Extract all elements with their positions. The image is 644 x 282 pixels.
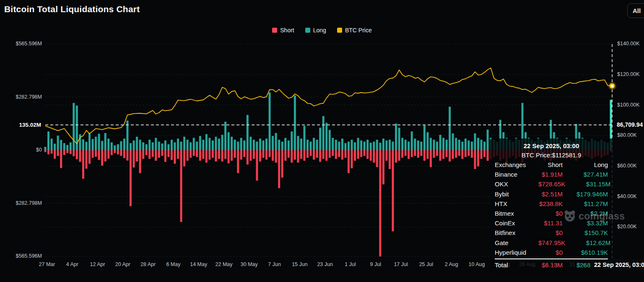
long-bar[interactable] — [114, 145, 116, 150]
short-bar[interactable] — [88, 150, 91, 164]
short-bar[interactable] — [145, 150, 148, 155]
short-bar[interactable] — [477, 150, 479, 166]
long-bar[interactable] — [278, 140, 280, 150]
long-bar[interactable] — [455, 138, 457, 150]
short-bar[interactable] — [205, 150, 208, 163]
short-bar[interactable] — [208, 150, 210, 159]
short-bar[interactable] — [167, 150, 169, 157]
long-bar[interactable] — [183, 137, 185, 150]
long-bar[interactable] — [57, 136, 59, 150]
long-bar[interactable] — [439, 135, 441, 150]
short-bar[interactable] — [95, 150, 97, 157]
long-bar[interactable] — [322, 116, 325, 150]
long-bar[interactable] — [73, 103, 75, 150]
short-bar[interactable] — [294, 150, 296, 159]
long-bar[interactable] — [329, 130, 331, 150]
short-bar[interactable] — [433, 150, 435, 158]
short-bar[interactable] — [85, 150, 87, 169]
short-bar[interactable] — [329, 150, 331, 158]
long-bar[interactable] — [167, 144, 169, 150]
long-bar[interactable] — [288, 141, 290, 150]
long-bar[interactable] — [382, 138, 384, 150]
short-bar[interactable] — [152, 150, 154, 157]
short-bar[interactable] — [79, 150, 81, 162]
short-bar[interactable] — [430, 150, 432, 167]
short-bar[interactable] — [364, 150, 366, 156]
short-bar[interactable] — [136, 150, 138, 162]
short-bar[interactable] — [57, 150, 59, 156]
long-bar[interactable] — [385, 141, 387, 150]
long-bar[interactable] — [240, 138, 242, 150]
long-bar[interactable] — [237, 141, 239, 150]
long-bar[interactable] — [452, 133, 454, 150]
long-bar[interactable] — [262, 141, 265, 150]
long-bar[interactable] — [313, 138, 315, 150]
short-bar[interactable] — [401, 150, 403, 158]
long-bar[interactable] — [47, 131, 49, 150]
long-bar[interactable] — [51, 138, 53, 150]
long-bar[interactable] — [364, 141, 366, 150]
short-bar[interactable] — [177, 150, 179, 159]
short-bar[interactable] — [281, 150, 283, 178]
long-bar[interactable] — [202, 140, 204, 150]
short-bar[interactable] — [360, 150, 362, 157]
short-bar[interactable] — [256, 150, 258, 180]
short-bar[interactable] — [275, 150, 277, 163]
short-bar[interactable] — [259, 150, 261, 162]
long-bar[interactable] — [471, 141, 473, 150]
long-bar[interactable] — [95, 137, 97, 150]
long-bar[interactable] — [54, 144, 56, 150]
short-bar[interactable] — [389, 150, 391, 169]
short-bar[interactable] — [313, 150, 315, 159]
long-bar[interactable] — [275, 133, 277, 150]
long-bar[interactable] — [319, 128, 321, 150]
short-bar[interactable] — [335, 150, 337, 159]
long-bar[interactable] — [272, 136, 274, 150]
short-bar[interactable] — [54, 150, 56, 159]
short-bar[interactable] — [341, 150, 343, 159]
short-bar[interactable] — [187, 150, 189, 161]
long-bar[interactable] — [88, 133, 91, 150]
long-bar[interactable] — [123, 138, 125, 150]
long-bar[interactable] — [360, 141, 362, 150]
long-bar[interactable] — [145, 144, 148, 150]
long-bar[interactable] — [338, 141, 340, 150]
long-bar[interactable] — [256, 141, 258, 150]
short-bar[interactable] — [426, 150, 428, 159]
long-bar[interactable] — [430, 138, 432, 150]
long-bar[interactable] — [436, 141, 438, 150]
long-bar[interactable] — [392, 141, 394, 150]
short-bar[interactable] — [247, 150, 249, 164]
long-bar[interactable] — [120, 141, 122, 150]
long-bar[interactable] — [389, 140, 391, 150]
long-bar[interactable] — [82, 139, 84, 150]
long-bar[interactable] — [477, 138, 479, 150]
long-bar[interactable] — [426, 132, 428, 150]
short-bar[interactable] — [436, 150, 438, 156]
short-bar[interactable] — [228, 150, 230, 163]
short-bar[interactable] — [155, 150, 157, 161]
long-bar[interactable] — [398, 128, 400, 150]
long-bar[interactable] — [446, 140, 448, 150]
short-bar[interactable] — [202, 150, 204, 159]
long-bar[interactable] — [297, 136, 299, 150]
short-bar[interactable] — [480, 150, 483, 159]
short-bar[interactable] — [442, 150, 444, 159]
short-bar[interactable] — [196, 150, 198, 157]
short-bar[interactable] — [164, 150, 166, 162]
long-bar[interactable] — [177, 138, 179, 150]
short-bar[interactable] — [395, 150, 397, 163]
short-bar[interactable] — [370, 150, 372, 161]
short-bar[interactable] — [44, 150, 47, 152]
short-bar[interactable] — [148, 150, 151, 159]
short-bar[interactable] — [291, 150, 293, 163]
short-bar[interactable] — [325, 150, 327, 161]
short-bar[interactable] — [366, 150, 369, 159]
short-bar[interactable] — [288, 150, 290, 158]
long-bar[interactable] — [136, 137, 138, 150]
long-bar[interactable] — [458, 140, 460, 150]
short-bar[interactable] — [224, 150, 226, 159]
short-bar[interactable] — [344, 150, 346, 158]
long-bar[interactable] — [63, 143, 65, 150]
long-bar[interactable] — [92, 139, 94, 150]
